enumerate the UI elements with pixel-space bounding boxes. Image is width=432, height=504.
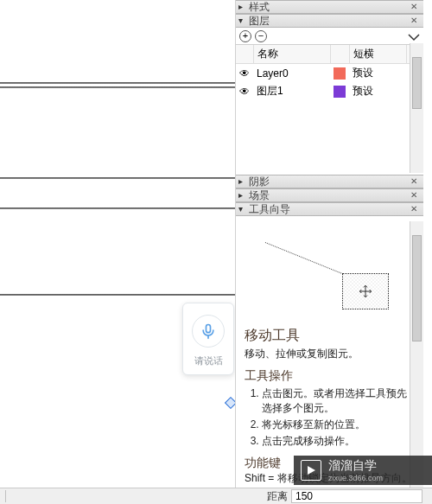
watermark-url: zixue.3d66.com <box>328 474 383 482</box>
layer-dash[interactable]: 预设 <box>349 64 406 83</box>
status-bar: 距离 <box>0 488 432 504</box>
panel-header-scenes[interactable]: ▸ 场景 ✕ <box>236 188 423 202</box>
expand-icon[interactable]: ▸ <box>238 0 249 14</box>
close-icon[interactable]: ✕ <box>410 0 421 14</box>
trays-panel: ▸ 样式 ✕ ▾ 图层 ✕ + − 名称 短横 <box>235 0 423 488</box>
voice-label: 请说话 <box>194 354 223 367</box>
close-icon[interactable]: ✕ <box>410 202 421 216</box>
panel-title: 工具向导 <box>249 202 410 216</box>
panel-title: 阴影 <box>249 175 410 188</box>
measurement-label: 距离 <box>267 489 288 504</box>
step-item: 点击完成移动操作。 <box>262 434 415 449</box>
collapse-icon[interactable]: ▾ <box>238 14 249 28</box>
microphone-icon[interactable] <box>192 315 225 348</box>
panel-title: 样式 <box>249 0 410 14</box>
add-layer-button[interactable]: + <box>239 30 251 42</box>
instructor-panel: 移动工具 移动、拉伸或复制图元。 工具操作 点击图元。或者用选择工具预先选择多个… <box>236 216 423 493</box>
viewport-edge <box>0 207 235 209</box>
svg-rect-0 <box>206 324 211 332</box>
scrollbar[interactable] <box>410 221 423 488</box>
layer-color-swatch[interactable] <box>334 67 346 80</box>
close-icon[interactable]: ✕ <box>410 188 421 202</box>
panel-header-instructor[interactable]: ▾ 工具向导 ✕ <box>236 202 423 216</box>
layers-toolbar: + − <box>236 28 423 45</box>
layer-dash[interactable]: 预设 <box>349 82 406 100</box>
step-item: 点击图元。或者用选择工具预先选择多个图元。 <box>262 386 415 416</box>
operation-steps: 点击图元。或者用选择工具预先选择多个图元。 将光标移至新的位置。 点击完成移动操… <box>262 386 415 449</box>
panel-header-style[interactable]: ▸ 样式 ✕ <box>236 0 423 14</box>
viewport-edge <box>0 294 235 296</box>
close-icon[interactable]: ✕ <box>410 175 421 188</box>
collapse-icon[interactable]: ▾ <box>238 202 249 216</box>
section-operations: 工具操作 <box>245 368 415 384</box>
step-item: 将光标移至新的位置。 <box>262 418 415 432</box>
remove-layer-button[interactable]: − <box>255 30 267 42</box>
layer-row[interactable]: 👁 图层1 预设 <box>236 82 423 100</box>
viewport-edge <box>0 177 235 179</box>
svg-marker-2 <box>308 466 315 475</box>
tool-illustration <box>261 233 399 320</box>
layers-list[interactable]: 名称 短横 👁 Layer0 预设 ✎ 👁 图层1 <box>236 45 423 175</box>
play-icon <box>301 460 321 481</box>
move-cursor-icon <box>359 284 372 298</box>
panel-title: 图层 <box>249 14 410 28</box>
measurement-input[interactable] <box>291 489 422 503</box>
layers-menu-icon[interactable] <box>408 32 420 41</box>
tool-title: 移动工具 <box>245 327 415 345</box>
scrollbar[interactable] <box>410 43 423 173</box>
visibility-icon[interactable]: 👁 <box>236 82 253 100</box>
layer-row[interactable]: 👁 Layer0 预设 ✎ <box>236 64 423 83</box>
watermark: 溜溜自学 zixue.3d66.com <box>294 456 432 485</box>
close-icon[interactable]: ✕ <box>410 14 421 28</box>
watermark-brand: 溜溜自学 <box>328 458 383 474</box>
layer-name[interactable]: 图层1 <box>253 82 330 100</box>
layer-name[interactable]: Layer0 <box>253 64 330 83</box>
voice-input-widget[interactable]: 请说话 <box>182 303 234 375</box>
column-header-dashes[interactable]: 短横 <box>349 45 406 64</box>
column-header-name[interactable]: 名称 <box>253 45 330 64</box>
visibility-icon[interactable]: 👁 <box>236 64 253 83</box>
expand-icon[interactable]: ▸ <box>238 175 249 188</box>
panel-header-shadows[interactable]: ▸ 阴影 ✕ <box>236 175 423 188</box>
viewport-edge <box>0 86 235 88</box>
panel-header-layers[interactable]: ▾ 图层 ✕ <box>236 14 423 28</box>
viewport-edge <box>0 82 235 84</box>
model-viewport[interactable] <box>0 0 235 488</box>
layer-color-swatch[interactable] <box>334 86 346 98</box>
tool-subtitle: 移动、拉伸或复制图元。 <box>245 347 415 361</box>
expand-icon[interactable]: ▸ <box>238 188 249 202</box>
panel-title: 场景 <box>249 188 410 202</box>
